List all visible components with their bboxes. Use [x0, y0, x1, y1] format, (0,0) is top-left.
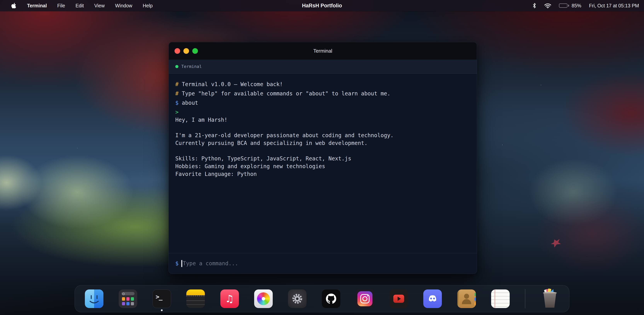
notes-icon	[186, 289, 205, 308]
photos-icon	[254, 289, 273, 308]
running-indicator-dot	[161, 309, 163, 311]
dock-item-launchpad[interactable]	[119, 285, 137, 312]
menu-window[interactable]: Window	[115, 3, 132, 9]
dock-item-notepad[interactable]	[491, 285, 510, 312]
traffic-lights	[169, 48, 198, 54]
battery-icon[interactable]: 85%	[559, 3, 582, 9]
contacts-icon	[457, 289, 476, 308]
music-icon: ♫	[220, 289, 239, 308]
dock-item-finder[interactable]	[85, 285, 104, 312]
terminal-line: Favorite Language: Python	[175, 170, 470, 178]
falling-leaf	[550, 237, 562, 249]
terminal-tab[interactable]: Terminal	[175, 64, 202, 69]
launchpad-icon	[119, 289, 137, 308]
terminal-line: Skills: Python, TypeScript, JavaScript, …	[175, 155, 470, 163]
text-cursor	[181, 260, 182, 267]
trash-icon	[540, 289, 559, 308]
dock-item-github[interactable]	[322, 285, 340, 312]
status-area: 85% Fri, Oct 17 at 05:13 PM	[532, 3, 644, 9]
settings-gear-icon	[288, 289, 306, 308]
instagram-icon	[356, 289, 374, 308]
dock: >_ ♫	[74, 285, 570, 312]
zoom-button[interactable]	[192, 48, 198, 54]
input-prompt: $	[175, 260, 178, 267]
terminal-line: Currently pursuing BCA and specializing …	[175, 139, 470, 147]
menu-bar-left: TerminalFileEditViewWindowHelp	[0, 2, 153, 9]
menu-bar-clock[interactable]: Fri, Oct 17 at 05:13 PM	[589, 3, 639, 9]
dock-item-photos[interactable]	[254, 285, 273, 312]
github-icon	[322, 289, 340, 308]
tab-label: Terminal	[181, 64, 202, 69]
menu-items: TerminalFileEditViewWindowHelp	[27, 3, 153, 9]
terminal-line	[175, 147, 470, 155]
menu-file[interactable]: File	[57, 3, 65, 9]
dock-item-settings[interactable]	[288, 285, 306, 312]
apple-menu-icon[interactable]	[11, 2, 16, 9]
dock-item-terminal[interactable]: >_	[152, 285, 171, 312]
dock-item-instagram[interactable]	[356, 285, 374, 312]
terminal-tab-bar: Terminal	[169, 60, 477, 74]
terminal-line: I'm a 21-year-old developer passionate a…	[175, 132, 470, 139]
terminal-app-icon: >_	[152, 289, 171, 308]
menu-help[interactable]: Help	[143, 3, 152, 9]
terminal-line: >	[175, 108, 470, 116]
terminal-line	[175, 124, 470, 132]
window-title: Terminal	[313, 48, 332, 54]
terminal-line: Hobbies: Gaming and exploring new techno…	[175, 163, 470, 170]
menu-bar: TerminalFileEditViewWindowHelp HaRsH Por…	[0, 0, 644, 11]
dock-item-discord[interactable]	[423, 285, 442, 312]
terminal-line: #Terminal v1.0.0 — Welcome back!	[175, 81, 470, 88]
tab-status-dot	[175, 65, 178, 68]
menu-terminal[interactable]: Terminal	[27, 3, 47, 9]
dock-item-trash[interactable]	[540, 285, 559, 312]
dock-item-music[interactable]: ♫	[220, 285, 239, 312]
window-titlebar[interactable]: Terminal	[169, 42, 477, 60]
minimize-button[interactable]	[184, 48, 189, 54]
terminal-line: $about	[175, 99, 470, 107]
terminal-line: #Type "help" for available commands or "…	[175, 90, 470, 98]
youtube-icon	[390, 289, 408, 308]
terminal-window: Terminal Terminal #Terminal v1.0.0 — Wel…	[168, 42, 477, 274]
finder-icon	[85, 289, 104, 308]
menu-view[interactable]: View	[94, 3, 105, 9]
battery-percent: 85%	[572, 3, 582, 9]
dock-item-youtube[interactable]	[390, 285, 408, 312]
terminal-output: #Terminal v1.0.0 — Welcome back!#Type "h…	[169, 74, 477, 253]
discord-icon	[423, 289, 442, 308]
terminal-line: Hey, I am Harsh!	[175, 116, 470, 124]
bluetooth-icon[interactable]	[532, 3, 536, 9]
dock-item-contacts[interactable]	[457, 285, 476, 312]
command-input[interactable]	[183, 260, 470, 267]
close-button[interactable]	[174, 48, 180, 54]
notepad-icon	[491, 289, 510, 308]
menu-bar-title: HaRsH Portfolio	[302, 3, 342, 9]
wifi-icon[interactable]	[544, 3, 551, 8]
menu-edit[interactable]: Edit	[76, 3, 84, 9]
dock-item-notes[interactable]	[186, 285, 205, 312]
dock-divider	[525, 289, 525, 308]
terminal-input-bar[interactable]: $	[169, 253, 477, 274]
